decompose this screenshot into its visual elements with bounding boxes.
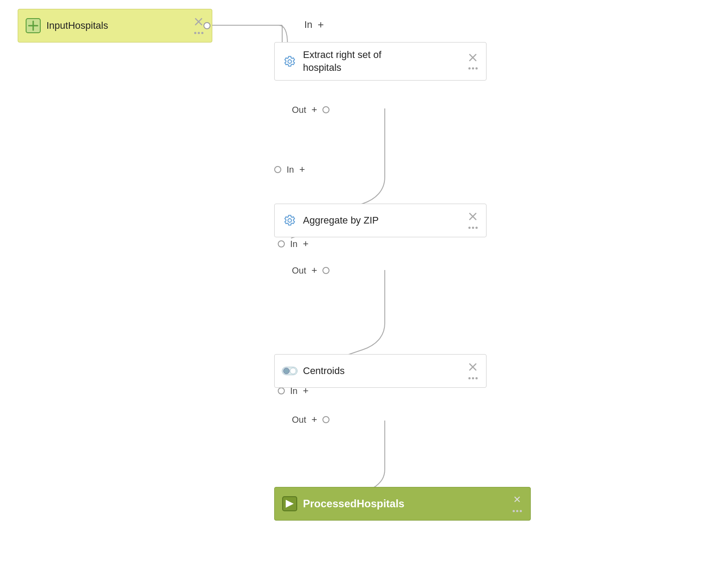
svg-point-10 — [288, 219, 291, 222]
svg-point-14 — [284, 368, 290, 374]
extract-hospitals-node: Extract right set ofhospitals — [274, 42, 487, 81]
aggregate-out-label: Out — [292, 266, 306, 276]
centroids-title: Centroids — [303, 365, 461, 378]
centroids-node-controls — [467, 361, 479, 381]
input-dots-button[interactable] — [192, 30, 205, 36]
extract-close-button[interactable] — [467, 51, 479, 64]
dot7 — [468, 227, 471, 229]
svg-point-7 — [288, 60, 291, 63]
dot9 — [475, 227, 478, 229]
plus-icon — [25, 18, 41, 34]
aggregate-node-controls — [467, 210, 479, 231]
centroids-out-label: Out — [292, 415, 306, 425]
extract-out-plus[interactable]: + — [311, 104, 317, 116]
filter-in-label: In — [287, 165, 294, 175]
aggregate-in-label: In — [290, 239, 298, 249]
extract-dots-button[interactable] — [467, 66, 479, 72]
dot13 — [513, 510, 515, 512]
input-out-port[interactable] — [203, 22, 211, 29]
aggregate-gear-icon — [282, 212, 298, 228]
main-in-port-row[interactable]: In + — [304, 19, 324, 31]
extract-node-controls — [467, 51, 479, 72]
input-out-circle — [203, 22, 211, 29]
input-hospitals-title: InputHospitals — [46, 19, 187, 32]
extract-out-label: Out — [292, 105, 306, 115]
aggregate-dots-button[interactable] — [467, 224, 479, 231]
centroids-toggle-icon — [282, 363, 298, 379]
centroids-dots-button[interactable] — [467, 375, 479, 381]
filter-in-plus[interactable]: + — [299, 164, 305, 175]
aggregate-out-port-row[interactable]: Out + — [292, 265, 330, 276]
extract-out-circle — [322, 106, 330, 113]
aggregate-in-port-row[interactable]: In + — [278, 238, 309, 250]
dot2 — [198, 32, 200, 34]
main-in-plus[interactable]: + — [318, 19, 324, 31]
extract-out-port-row[interactable]: Out + — [292, 104, 330, 116]
processed-hospitals-title: ProcessedHospitals — [303, 497, 506, 510]
extract-gear-icon — [282, 54, 298, 69]
output-node-controls: ✕ — [511, 494, 523, 514]
input-close-button[interactable] — [192, 15, 205, 28]
dot15 — [520, 510, 522, 512]
dot10 — [468, 377, 471, 379]
output-dots-button[interactable] — [511, 508, 523, 514]
dot8 — [472, 227, 474, 229]
dot5 — [472, 67, 474, 69]
aggregate-in-plus[interactable]: + — [303, 238, 309, 250]
dot14 — [516, 510, 518, 512]
aggregate-in-circle — [278, 240, 285, 247]
filter-in-circle — [274, 166, 281, 173]
centroids-out-port-row[interactable]: Out + — [292, 414, 330, 425]
main-in-label: In — [304, 19, 312, 31]
centroids-out-plus[interactable]: + — [311, 414, 317, 425]
dot4 — [468, 67, 471, 69]
centroids-out-circle — [322, 416, 330, 423]
workflow-canvas: InputHospitals In + In + Extr — [0, 0, 728, 579]
dot3 — [201, 32, 203, 34]
aggregate-zip-title: Aggregate by ZIP — [303, 214, 461, 227]
dot12 — [475, 377, 478, 379]
svg-point-15 — [290, 368, 296, 374]
aggregate-close-button[interactable] — [467, 210, 479, 223]
aggregate-out-plus[interactable]: + — [311, 265, 317, 276]
dot11 — [472, 377, 474, 379]
input-node-controls — [192, 15, 205, 36]
output-arrow-icon — [282, 496, 298, 512]
aggregate-out-circle — [322, 267, 330, 274]
aggregate-zip-node: Aggregate by ZIP — [274, 204, 487, 237]
output-close-button[interactable]: ✕ — [511, 494, 523, 506]
centroids-close-button[interactable] — [467, 361, 479, 373]
dot6 — [475, 67, 478, 69]
extract-hospitals-title: Extract right set ofhospitals — [303, 49, 461, 74]
dot1 — [194, 32, 196, 34]
input-hospitals-node: InputHospitals — [18, 9, 212, 42]
processed-hospitals-node: ProcessedHospitals ✕ — [274, 487, 531, 521]
filter-in-port-row[interactable]: In + — [274, 164, 305, 175]
centroids-node: Centroids — [274, 354, 487, 388]
centroids-in-circle — [278, 387, 285, 394]
